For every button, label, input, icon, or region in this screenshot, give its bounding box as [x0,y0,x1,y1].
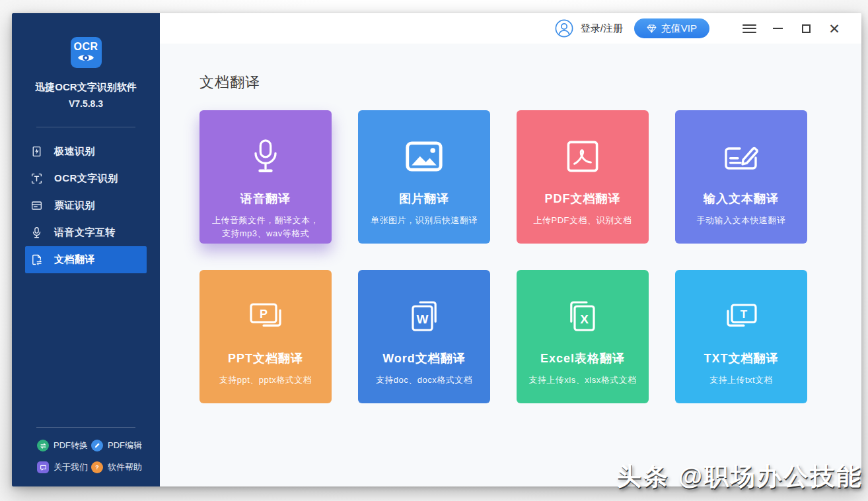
footer-link-label: 关于我们 [54,461,88,473]
minimize-icon[interactable] [770,21,785,36]
screen: OCR 迅捷OCR文字识别软件 V7.5.8.3 [0,0,868,501]
app-name: 迅捷OCR文字识别软件 [35,81,136,94]
footer-link-label: PDF转换 [54,440,88,451]
txt-translate-card[interactable]: T TXT文档翻译 支持上传txt文档 [675,270,807,403]
card-title: 输入文本翻译 [675,191,807,207]
pdf-icon [517,137,649,176]
text-input-icon [675,137,807,176]
app-window: OCR 迅捷OCR文字识别软件 V7.5.8.3 [12,13,861,486]
card-title: 语音翻译 [199,191,332,207]
svg-text:W: W [416,312,428,326]
swap-arrows-icon [37,440,49,451]
card-subtitle: 手动输入文本快速翻译 [675,214,807,227]
image-translate-card[interactable]: 图片翻译 单张图片，识别后快速翻译 [358,110,490,244]
sidebar-menu: 极速识别 OCR文字识别 [12,138,160,273]
sidebar-item-label: 语音文字互转 [54,226,116,239]
vip-label: 充值VIP [661,22,697,35]
document-translate-icon [30,253,43,267]
logo-text: OCR [73,42,98,52]
sidebar-item-label: 极速识别 [54,145,95,158]
content: 文档翻译 语音翻译 上传音频文件，翻译文本，支持mp3、wa [160,44,861,486]
question-icon: ? [91,461,103,473]
sidebar-item-label: OCR文字识别 [54,172,118,185]
voice-translate-card[interactable]: 语音翻译 上传音频文件，翻译文本，支持mp3、wav等格式 [199,110,332,244]
card-subtitle: 上传音频文件，翻译文本，支持mp3、wav等格式 [199,214,332,240]
about-us-link[interactable]: 关于我们 [37,461,91,473]
card-title: PPT文档翻译 [199,351,332,366]
card-title: 图片翻译 [358,191,490,207]
maximize-icon[interactable] [799,21,813,36]
avatar-icon [555,19,573,38]
topbar: 登录/注册 充值VIP ✕ [160,13,861,44]
ticket-icon [30,199,43,213]
footer-link-label: PDF编辑 [108,440,142,451]
svg-text:X: X [580,312,589,326]
main-area: 登录/注册 充值VIP ✕ [160,13,861,486]
card-subtitle: 上传PDF文档、识别文档 [517,214,649,227]
card-title: Word文档翻译 [358,351,490,366]
svg-text:P: P [260,308,268,321]
pdf-edit-link[interactable]: PDF编辑 [91,440,145,451]
card-title: TXT文档翻译 [675,351,807,366]
page-title: 文档翻译 [199,73,861,92]
microphone-icon [30,226,43,240]
sidebar-footer: PDF转换 PDF编辑 [12,427,160,486]
txt-doc-icon: T [675,296,807,336]
ocr-eye-icon: OCR [71,37,102,68]
image-icon [358,137,490,176]
vip-recharge-button[interactable]: 充值VIP [634,18,709,38]
sidebar-item-document-translate[interactable]: 文档翻译 [25,246,147,273]
sidebar-divider [36,427,135,428]
window-controls: ✕ [728,21,842,36]
pdf-translate-card[interactable]: PDF文档翻译 上传PDF文档、识别文档 [517,110,649,244]
ocr-frame-icon [30,172,43,185]
card-subtitle: 支持doc、docx格式文档 [358,374,490,387]
svg-text:?: ? [95,464,99,471]
software-help-link[interactable]: ? 软件帮助 [91,461,145,473]
eye-icon [77,52,95,63]
ppt-translate-card[interactable]: P PPT文档翻译 支持ppt、pptx格式文档 [199,270,332,403]
footer-link-label: 软件帮助 [108,461,142,473]
sidebar-divider [36,127,135,127]
pdf-convert-link[interactable]: PDF转换 [37,440,91,451]
lightning-doc-icon [30,145,43,158]
sidebar-item-ocr-text-recognition[interactable]: OCR文字识别 [25,165,147,192]
excel-translate-card[interactable]: X Excel表格翻译 支持上传xls、xlsx格式文档 [517,270,649,403]
microphone-icon [199,137,332,176]
word-doc-icon: W [358,296,490,336]
diamond-icon [647,24,657,33]
card-subtitle: 支持上传txt文档 [675,374,807,387]
login-register-button[interactable]: 登录/注册 [555,19,623,38]
card-subtitle: 支持ppt、pptx格式文档 [199,374,332,387]
card-subtitle: 单张图片，识别后快速翻译 [358,214,490,227]
chat-bubble-icon [37,461,49,473]
login-register-label: 登录/注册 [581,22,623,35]
close-icon[interactable]: ✕ [827,21,842,36]
ppt-doc-icon: P [199,296,332,336]
pen-icon [91,440,103,451]
app-version: V7.5.8.3 [69,98,103,109]
text-input-translate-card[interactable]: 输入文本翻译 手动输入文本快速翻译 [675,110,807,244]
sidebar: OCR 迅捷OCR文字识别软件 V7.5.8.3 [12,13,160,486]
card-title: PDF文档翻译 [517,191,649,207]
svg-text:T: T [741,308,748,321]
word-translate-card[interactable]: W Word文档翻译 支持doc、docx格式文档 [358,270,490,403]
menu-icon[interactable] [742,21,756,36]
sidebar-item-voice-text-convert[interactable]: 语音文字互转 [25,219,147,246]
sidebar-item-label: 文档翻译 [54,253,95,266]
card-subtitle: 支持上传xls、xlsx格式文档 [517,374,649,387]
sidebar-item-label: 票证识别 [54,199,95,212]
card-title: Excel表格翻译 [517,351,649,366]
feature-cards: 语音翻译 上传音频文件，翻译文本，支持mp3、wav等格式 图片翻译 [199,110,861,403]
sidebar-item-ticket-recognition[interactable]: 票证识别 [25,192,147,219]
sidebar-item-fast-recognition[interactable]: 极速识别 [25,138,147,165]
app-logo-block: OCR 迅捷OCR文字识别软件 V7.5.8.3 [12,13,160,127]
excel-doc-icon: X [517,296,649,336]
